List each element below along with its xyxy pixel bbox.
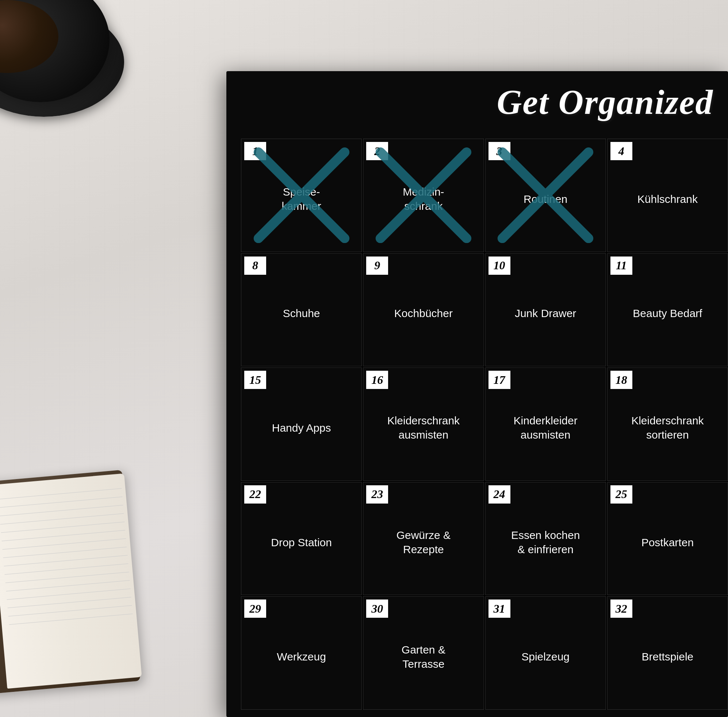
cell-number-4: 4 [610, 142, 632, 160]
notebook-lines [0, 488, 138, 681]
cell-text-24: Essen kochen & einfrieren [507, 528, 584, 557]
cell-text-25: Postkarten [637, 535, 698, 549]
organization-poster: Get Organized 1Speise- kammer 2Medizin- … [226, 71, 728, 717]
coffee-liquid [0, 0, 58, 73]
notebook [0, 470, 140, 694]
grid-cell-8: 8Schuhe [241, 253, 362, 367]
grid-cell-25: 25Postkarten [607, 482, 728, 595]
cell-text-2: Medizin- schrank [398, 185, 448, 213]
cell-text-23: Gewürze & Rezepte [392, 528, 455, 557]
cell-text-15: Handy Apps [268, 421, 335, 435]
grid-cell-31: 31Spielzeug [485, 596, 606, 710]
cell-text-3: Routinen [519, 192, 572, 206]
cell-text-8: Schuhe [278, 306, 324, 320]
cell-text-32: Brettspiele [638, 650, 698, 664]
cell-text-22: Drop Station [266, 535, 336, 549]
cell-number-1: 1 [244, 142, 266, 160]
cell-number-17: 17 [488, 371, 511, 389]
cell-text-10: Junk Drawer [511, 306, 581, 320]
cell-text-9: Kochbücher [390, 306, 457, 320]
cell-text-16: Kleiderschrank ausmisten [383, 413, 464, 442]
cell-number-18: 18 [610, 371, 632, 389]
organization-grid: 1Speise- kammer 2Medizin- schrank 3Routi… [241, 139, 728, 710]
cell-text-18: Kleiderschrank sortieren [627, 413, 708, 442]
cell-text-30: Garten & Terrasse [397, 642, 450, 671]
cell-number-25: 25 [610, 485, 632, 503]
cell-text-1: Speise- kammer [277, 185, 325, 213]
grid-cell-30: 30Garten & Terrasse [363, 596, 484, 710]
cell-text-4: Kühlschrank [633, 192, 702, 206]
grid-cell-11: 11Beauty Bedarf [607, 253, 728, 367]
cell-text-11: Beauty Bedarf [628, 306, 707, 320]
grid-cell-23: 23Gewürze & Rezepte [363, 482, 484, 595]
cell-number-8: 8 [244, 256, 266, 275]
cell-number-22: 22 [244, 485, 266, 503]
grid-cell-15: 15Handy Apps [241, 368, 362, 481]
cell-number-2: 2 [366, 142, 388, 160]
poster-title: Get Organized [497, 82, 713, 122]
grid-cell-16: 16Kleiderschrank ausmisten [363, 368, 484, 481]
grid-cell-3: 3Routinen [485, 139, 606, 252]
cell-number-23: 23 [366, 485, 388, 503]
grid-cell-2: 2Medizin- schrank [363, 139, 484, 252]
grid-cell-29: 29Werkzeug [241, 596, 362, 710]
cell-number-24: 24 [488, 485, 511, 503]
cell-number-30: 30 [366, 600, 388, 618]
cell-number-31: 31 [488, 600, 511, 618]
cell-number-11: 11 [610, 256, 632, 275]
cell-text-17: Kinderkleider ausmisten [509, 413, 582, 442]
grid-cell-10: 10Junk Drawer [485, 253, 606, 367]
cell-text-31: Spielzeug [517, 650, 574, 664]
grid-cell-24: 24Essen kochen & einfrieren [485, 482, 606, 595]
grid-cell-32: 32Brettspiele [607, 596, 728, 710]
grid-cell-17: 17Kinderkleider ausmisten [485, 368, 606, 481]
grid-cell-4: 4Kühlschrank [607, 139, 728, 252]
cell-number-10: 10 [488, 256, 511, 275]
cell-number-3: 3 [488, 142, 511, 160]
cell-number-32: 32 [610, 600, 632, 618]
cell-number-29: 29 [244, 600, 266, 618]
grid-cell-22: 22Drop Station [241, 482, 362, 595]
cell-number-9: 9 [366, 256, 388, 275]
grid-cell-18: 18Kleiderschrank sortieren [607, 368, 728, 481]
cell-number-16: 16 [366, 371, 388, 389]
grid-cell-1: 1Speise- kammer [241, 139, 362, 252]
cell-number-15: 15 [244, 371, 266, 389]
cell-text-29: Werkzeug [272, 650, 330, 664]
grid-cell-9: 9Kochbücher [363, 253, 484, 367]
notebook-pages [0, 473, 142, 688]
